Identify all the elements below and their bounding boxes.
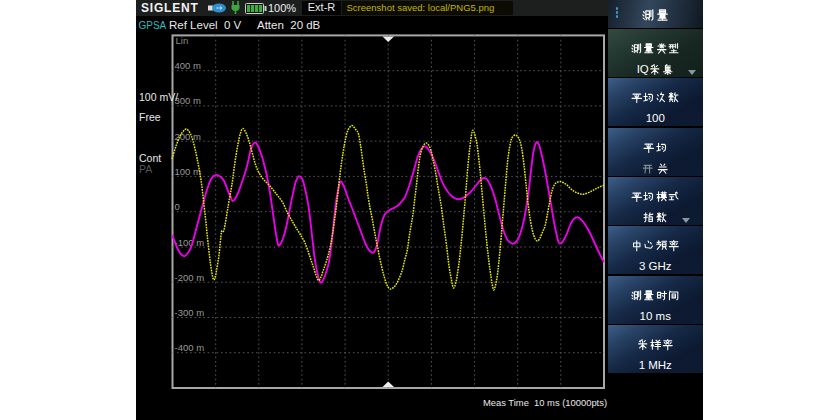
svg-text:300 m: 300 m bbox=[175, 95, 201, 106]
svg-text:100 m: 100 m bbox=[175, 166, 201, 177]
svg-text:0: 0 bbox=[175, 201, 180, 212]
svg-text:-100 m: -100 m bbox=[175, 237, 205, 248]
svg-text:-200 m: -200 m bbox=[175, 272, 205, 283]
svg-text:Lin: Lin bbox=[176, 35, 189, 46]
svg-text:-300 m: -300 m bbox=[175, 307, 205, 318]
svg-text:-400 m: -400 m bbox=[175, 342, 205, 353]
svg-text:400 m: 400 m bbox=[175, 60, 201, 71]
